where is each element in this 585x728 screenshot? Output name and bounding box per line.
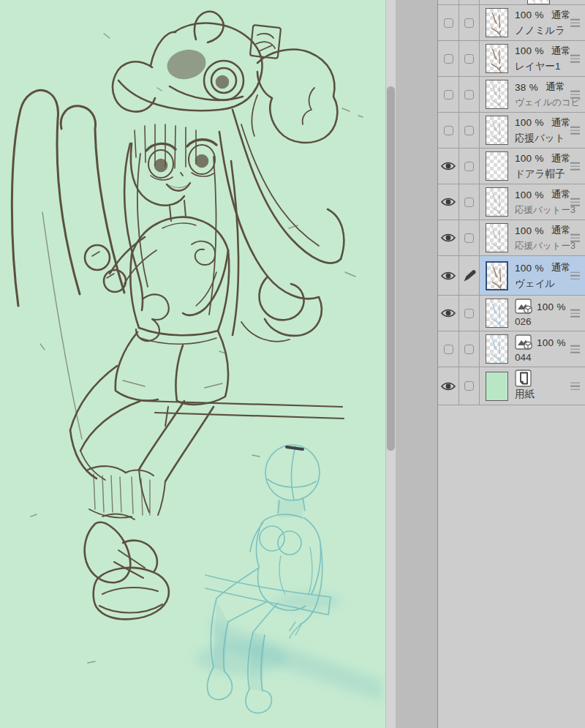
secondary-checkbox [464,126,474,135]
edit-target-toggle[interactable] [459,367,480,405]
edit-target-toggle[interactable] [459,41,480,76]
visibility-toggle[interactable] [438,296,459,331]
edit-target-toggle[interactable] [459,220,480,255]
layer-opacity: 100 % [515,189,544,200]
visibility-toggle[interactable] [438,256,459,295]
layer-opacity: 100 % [515,225,544,236]
edit-target-toggle[interactable] [459,5,480,40]
layer-row[interactable]: 100 % 通常 応援バットー3 [438,184,585,220]
layer-row[interactable]: 100 % 026 [438,296,585,331]
layer-thumbnail[interactable] [486,44,508,73]
hamburger-icon[interactable] [570,127,580,135]
layer-thumbnail[interactable] [486,261,508,290]
layer-opacity: 100 % [515,117,544,128]
visibility-toggle[interactable] [438,77,459,112]
panel-gutter [396,0,437,728]
edit-target-toggle[interactable] [459,256,480,295]
layer-thumbnail[interactable] [486,80,508,109]
layer-opacity: 100 % [515,263,544,274]
canvas-surface[interactable] [0,0,385,728]
layer-opacity: 100 % [515,153,544,164]
layer-thumbnail[interactable] [486,223,508,252]
layer-row-partial [438,0,585,5]
hamburger-icon[interactable] [570,309,580,318]
eye-icon [440,380,456,392]
visibility-toggle[interactable] [438,331,459,367]
layer-blend-mode: 通常 [551,188,571,201]
layer-thumbnail[interactable] [486,334,508,364]
hamburger-icon[interactable] [570,198,580,206]
edit-target-toggle[interactable] [459,296,480,331]
secondary-checkbox [464,233,474,243]
visibility-toggle[interactable] [438,367,459,405]
edit-target-toggle[interactable] [459,184,480,219]
canvas-scrollbar-thumb[interactable] [387,86,395,451]
edit-target-toggle[interactable] [459,77,480,112]
layer-name: 044 [515,352,566,363]
layer-row[interactable]: 100 % 通常 応援バットー3 [438,220,585,256]
eye-icon [440,232,456,244]
canvas-scrollbar-track[interactable] [385,0,396,728]
layer-blend-mode: 通常 [551,224,571,237]
visibility-checkbox [444,90,453,100]
eye-icon [440,307,456,319]
visibility-toggle[interactable] [438,5,459,40]
layer-thumbnail[interactable] [486,187,508,217]
layer-row[interactable]: 100 % 通常 ノノミルラ [438,5,585,41]
visibility-toggle[interactable] [438,113,459,148]
visibility-toggle[interactable] [438,184,459,219]
layer-opacity: 100 % [537,337,566,348]
visibility-toggle[interactable] [438,41,459,76]
layer-blend-mode: 通常 [551,45,571,58]
layer-name: 026 [515,316,566,327]
app-window: 100 % 通常 ノノミルラ [0,0,585,728]
layer-name: 応援バット [515,132,571,145]
layer-thumbnail[interactable] [486,372,508,401]
visibility-checkbox [444,345,453,354]
layer-thumbnail[interactable] [486,299,508,328]
hamburger-icon[interactable] [570,55,580,63]
layer-row[interactable]: 100 % 044 [438,331,585,367]
layer-row[interactable]: 用紙 [438,367,585,405]
layer-row[interactable]: 100 % 通常 応援バット [438,113,585,149]
secondary-checkbox [464,54,474,64]
image-3d-icon [515,334,533,350]
hamburger-icon[interactable] [570,345,580,353]
eye-icon [440,270,456,282]
edit-target-toggle[interactable] [459,113,480,148]
hamburger-icon[interactable] [570,162,580,170]
layer-row[interactable]: 100 % 通常 レイヤー1 [438,41,585,77]
layer-row[interactable]: 38 % 通常 ヴェイルのコピ [438,77,585,113]
hamburger-icon[interactable] [570,19,580,27]
visibility-toggle[interactable] [438,220,459,255]
hamburger-icon[interactable] [570,271,580,279]
eye-icon [440,196,456,208]
visibility-toggle[interactable] [438,149,459,184]
layer-blend-mode: 通常 [551,116,571,130]
visibility-checkbox [444,126,453,135]
layer-name: レイヤー1 [515,60,571,73]
image-3d-icon [515,299,533,315]
secondary-checkbox [464,345,474,354]
layer-blend-mode: 通常 [546,80,565,94]
eye-icon [440,160,456,172]
edit-target-toggle[interactable] [459,149,480,184]
layer-thumbnail[interactable] [486,8,508,37]
hamburger-icon[interactable] [570,91,580,99]
hamburger-icon[interactable] [570,382,580,390]
layer-name: ノノミルラ [515,24,571,37]
edit-target-toggle[interactable] [459,331,480,367]
layer-row[interactable]: 100 % 通常 ヴェイル [438,256,585,296]
layer-thumbnail[interactable] [486,151,508,181]
hamburger-icon[interactable] [570,234,580,242]
layer-row[interactable]: 100 % 通常 ドアラ帽子 [438,149,585,184]
pencil-icon [462,269,477,283]
thumbnail-sliver [527,0,550,4]
layer-name: 用紙 [515,388,536,401]
layer-blend-mode: 通常 [551,152,571,165]
secondary-checkbox [464,90,474,100]
paper-icon [515,369,532,387]
layer-thumbnail[interactable] [486,116,508,145]
secondary-checkbox [464,162,474,171]
layer-blend-mode: 通常 [551,9,571,22]
